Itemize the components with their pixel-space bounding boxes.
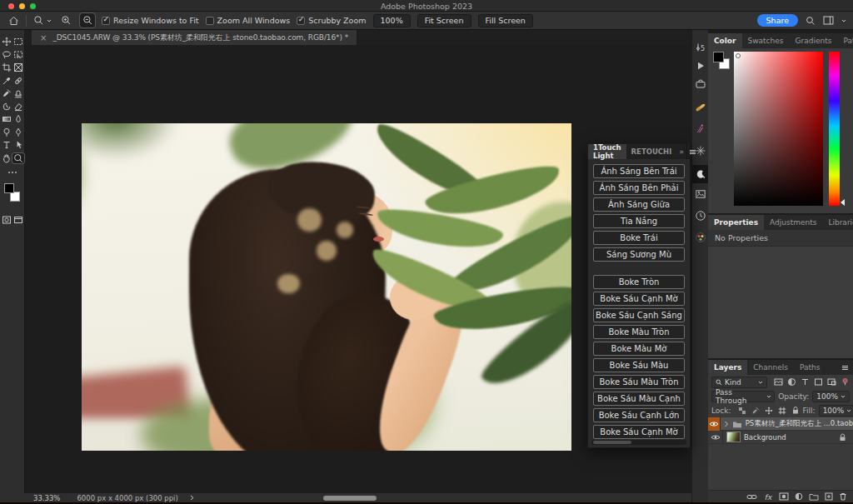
- delete-layer-icon[interactable]: [839, 492, 847, 501]
- tab-channels[interactable]: Channels: [747, 360, 794, 375]
- object-selection-tool[interactable]: [12, 50, 24, 60]
- effect-button[interactable]: Boke Sáu Cạnh Sáng: [593, 308, 685, 322]
- link-layers-icon[interactable]: [746, 493, 757, 501]
- zoom-tool-icon[interactable]: [33, 15, 52, 26]
- smart-object-filter-icon[interactable]: [827, 377, 836, 387]
- tab-retouch[interactable]: RETOUCHI: [626, 144, 677, 159]
- share-button[interactable]: Share: [757, 14, 798, 27]
- clone-stamp-tool[interactable]: [12, 88, 24, 98]
- zoom-out-icon[interactable]: [80, 13, 95, 27]
- layer-visibility-eye-icon[interactable]: [708, 417, 721, 431]
- search-icon[interactable]: [806, 16, 816, 26]
- actions-play-icon[interactable]: [695, 60, 706, 72]
- tab-paths[interactable]: Paths: [794, 360, 826, 375]
- effect-button[interactable]: Ánh Sáng Bên Phải: [593, 181, 685, 195]
- zoom-tool[interactable]: [12, 153, 24, 163]
- zoom-percent-button[interactable]: 100%: [373, 14, 411, 27]
- saturation-brightness-field[interactable]: [734, 52, 823, 206]
- resize-windows-checkbox[interactable]: Resize Windows to Fit: [102, 16, 199, 25]
- lock-artboard-icon[interactable]: [778, 407, 786, 415]
- gold-leaf-plugin-icon[interactable]: [695, 102, 706, 113]
- edit-toolbar-ellipsis-icon[interactable]: [7, 170, 18, 175]
- layer-style-fx-icon[interactable]: fx: [763, 492, 773, 501]
- tab-patterns[interactable]: Patterns: [837, 33, 853, 48]
- lasso-tool[interactable]: [1, 50, 12, 60]
- clock-panel-icon[interactable]: [695, 210, 706, 222]
- effect-button[interactable]: Boke Sáu Màu: [593, 358, 685, 372]
- effect-button[interactable]: Ánh Sáng Bên Trái: [593, 164, 685, 178]
- spot-healing-tool[interactable]: [12, 76, 24, 86]
- history-brush-tool[interactable]: [1, 102, 12, 112]
- zoom-all-windows-checkbox[interactable]: Zoom All Windows: [206, 16, 291, 25]
- layer-mask-icon[interactable]: [779, 492, 789, 501]
- tab-layers[interactable]: Layers: [708, 360, 747, 375]
- tab-gradients[interactable]: Gradients: [790, 33, 838, 48]
- lock-move-icon[interactable]: [765, 407, 773, 415]
- effect-button[interactable]: Boke Sáu Màu Tròn: [593, 375, 685, 389]
- document-tab[interactable]: × _DSC1045.ARW @ 33.3% (PS素材坊_柔和阳光右上 sto…: [32, 30, 357, 45]
- palette-panel-icon[interactable]: [695, 232, 706, 243]
- foreground-color-swatch[interactable]: [713, 52, 724, 62]
- tab-libraries[interactable]: Libraries: [822, 215, 853, 230]
- tab-1touch-light[interactable]: 1Touch Light: [588, 144, 626, 159]
- adjustment-layer-icon[interactable]: [795, 492, 803, 501]
- pixel-layer-filter-icon[interactable]: [774, 377, 783, 387]
- foreground-color-swatch[interactable]: [4, 183, 14, 193]
- home-icon[interactable]: [8, 16, 19, 26]
- horizontal-scrollbar-thumb[interactable]: [323, 496, 377, 501]
- panel-menu-icon[interactable]: [686, 144, 701, 159]
- type-layer-filter-icon[interactable]: [801, 377, 810, 387]
- tab-color[interactable]: Color: [708, 33, 742, 48]
- scrubby-zoom-checkbox[interactable]: Scrubby Zoom: [297, 16, 366, 25]
- shape-layer-filter-icon[interactable]: [814, 377, 823, 387]
- moon-panel-icon[interactable]: [692, 165, 709, 183]
- crop-tool[interactable]: [1, 62, 12, 72]
- tab-swatches[interactable]: Swatches: [742, 33, 790, 48]
- effect-button[interactable]: Boke Trái: [593, 231, 685, 245]
- effect-button[interactable]: Tia Nắng: [593, 214, 685, 228]
- layer-thumbnail[interactable]: [726, 432, 741, 442]
- expand-group-chevron-icon[interactable]: [724, 421, 729, 427]
- eraser-tool[interactable]: [12, 102, 24, 112]
- panel-menu-icon[interactable]: [841, 360, 853, 375]
- type-tool[interactable]: [1, 140, 12, 150]
- hue-slider[interactable]: [829, 52, 840, 206]
- opacity-select[interactable]: 100%: [812, 391, 850, 402]
- layer-row-group[interactable]: PS素材坊_柔和阳光右上 ...0.taobao.com: [708, 417, 853, 431]
- filter-toggle-icon[interactable]: [841, 377, 850, 387]
- move-tool[interactable]: [1, 37, 12, 47]
- chevron-down-icon[interactable]: [841, 19, 846, 22]
- adjustment-layer-filter-icon[interactable]: [787, 377, 796, 387]
- workspace-switcher-icon[interactable]: [823, 16, 834, 25]
- layer-filter-select[interactable]: Kind: [711, 377, 767, 388]
- effect-button[interactable]: Ánh Sáng Giữa: [593, 197, 685, 212]
- layer-row-background[interactable]: Background: [708, 431, 853, 444]
- frame-tool[interactable]: [12, 62, 24, 72]
- dodge-tool[interactable]: [1, 127, 12, 137]
- mixer-panel-5-icon[interactable]: 5: [695, 42, 706, 53]
- effect-button[interactable]: Boke Màu Tròn: [593, 325, 685, 339]
- fill-select[interactable]: 100%: [819, 405, 853, 417]
- tab-adjustments[interactable]: Adjustments: [764, 215, 822, 230]
- tab-overflow-icon[interactable]: »: [676, 144, 686, 159]
- blur-tool[interactable]: [12, 114, 24, 124]
- eyedropper-tool[interactable]: [1, 76, 12, 86]
- panel-scrollbar[interactable]: [591, 440, 686, 445]
- hue-slider-handle[interactable]: [841, 199, 845, 206]
- gradient-tool[interactable]: [1, 114, 12, 124]
- zoom-level-field[interactable]: 33.33%: [33, 494, 60, 502]
- effect-button[interactable]: Boke Sáu Cạnh Lớn: [593, 408, 685, 422]
- rectangular-marquee-tool[interactable]: [12, 37, 24, 47]
- layer-name[interactable]: Background: [744, 433, 786, 442]
- checkbox-checked-icon[interactable]: [297, 17, 305, 25]
- layer-visibility-eye-icon[interactable]: [708, 431, 723, 444]
- fit-screen-button[interactable]: Fit Screen: [417, 14, 471, 27]
- layer-name[interactable]: PS素材坊_柔和阳光右上 ...0.taobao.com: [746, 419, 853, 429]
- effect-button[interactable]: Boke Tròn: [593, 275, 685, 289]
- brush-tool[interactable]: [1, 88, 12, 98]
- color-picker-marker[interactable]: [736, 53, 741, 58]
- tab-properties[interactable]: Properties: [708, 215, 764, 230]
- zoom-in-icon[interactable]: [58, 13, 73, 27]
- lock-transparency-icon[interactable]: [738, 407, 746, 415]
- close-tab-icon[interactable]: ×: [40, 33, 47, 42]
